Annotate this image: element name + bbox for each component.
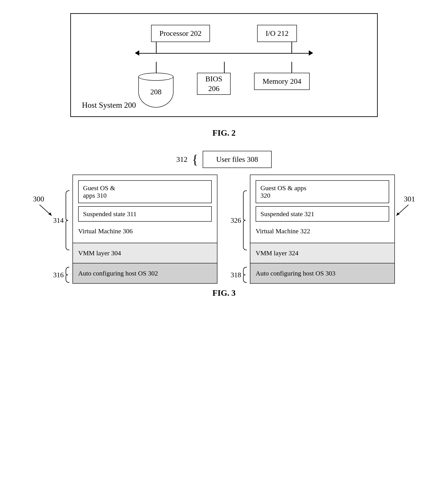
vm1-auto-config-section: Auto configuring host OS 302: [73, 264, 217, 283]
cyl-connector: [156, 62, 157, 73]
vm2-vm-section: Guest OS & apps320 Suspended state 321 V…: [250, 175, 394, 243]
vm2-auto-config-label: Auto configuring host OS 303: [256, 267, 389, 280]
vm1-auto-config-label: Auto configuring host OS 302: [78, 267, 212, 280]
brace-316-group: 316: [53, 266, 70, 284]
braces-left-2: 326 318: [231, 175, 248, 284]
vm2-vmm-label: VMM layer 324: [256, 247, 389, 259]
arrow-301: [393, 204, 411, 218]
brace-326-svg: [242, 189, 248, 251]
vm2-auto-config-section: Auto configuring host OS 303: [250, 264, 394, 283]
proc-connector: [156, 42, 157, 53]
vm2-vmm-section: VMM layer 324: [250, 243, 394, 264]
vm-box-1: Guest OS &apps 310 Suspended state 311 V…: [73, 175, 217, 284]
vm-system-1: 314 316 Guest OS &apps 310 Suspen: [53, 175, 217, 284]
brace-326-group: 326: [231, 175, 248, 266]
braces-left-1: 314 316: [53, 175, 70, 284]
storage-label: 208: [150, 88, 162, 96]
label-301: 301: [404, 195, 415, 203]
bios-connector: [224, 62, 225, 73]
fig2-caption: FIG. 2: [212, 128, 236, 138]
label-318: 318: [231, 271, 241, 279]
fig2-diagram: Processor 202 I/O 212: [70, 13, 378, 117]
bus-arrow-left: [135, 50, 139, 56]
storage-cylinder: 208: [138, 73, 173, 107]
io-connector: [291, 42, 292, 53]
brace-318-group: 318: [231, 266, 248, 284]
vm2-suspended-box: Suspended state 321: [256, 206, 389, 222]
label-326: 326: [231, 216, 241, 225]
vm2-vm-label: Virtual Machine 322: [256, 225, 389, 238]
io-box: I/O 212: [257, 25, 297, 42]
vm-systems: 314 316 Guest OS &apps 310 Suspen: [26, 175, 422, 284]
fig3-caption: FIG. 3: [212, 288, 236, 298]
user-files-box: User files 308: [203, 151, 272, 168]
user-files-section: 312 { User files 308: [26, 151, 422, 168]
vm1-vmm-label: VMM layer 304: [78, 247, 212, 259]
label-312: 312: [176, 155, 188, 164]
vm2-guest-os-box: Guest OS & apps320: [256, 180, 389, 203]
vm-system-2: 326 318 Guest OS & apps320 Suspen: [231, 175, 395, 284]
vm1-vm-section: Guest OS &apps 310 Suspended state 311 V…: [73, 175, 217, 243]
label-316: 316: [53, 271, 64, 279]
vm1-suspended-box: Suspended state 311: [78, 206, 212, 222]
brace-316-svg: [65, 266, 70, 284]
vm1-guest-os-box: Guest OS &apps 310: [78, 180, 212, 203]
bios-box: BIOS206: [197, 73, 231, 95]
bus-arrow-right: [309, 50, 313, 56]
fig3-diagram: 300 301 312 { User files 308 314: [26, 151, 422, 284]
bus-line: [136, 53, 312, 54]
host-system-label: Host System 200: [82, 101, 136, 110]
vm-box-2: Guest OS & apps320 Suspended state 321 V…: [250, 175, 395, 284]
vm1-vm-label: Virtual Machine 306: [78, 225, 212, 238]
brace-314-svg: [65, 189, 70, 251]
brace-318-svg: [242, 266, 248, 284]
brace-314-group: 314: [53, 175, 70, 266]
memory-box: Memory 204: [254, 73, 310, 90]
vm1-vmm-section: VMM layer 304: [73, 243, 217, 264]
mem-connector: [291, 62, 292, 73]
arrow-300: [37, 204, 55, 218]
label-300: 300: [33, 195, 44, 203]
brace-312: {: [192, 153, 198, 166]
processor-box: Processor 202: [151, 25, 210, 42]
